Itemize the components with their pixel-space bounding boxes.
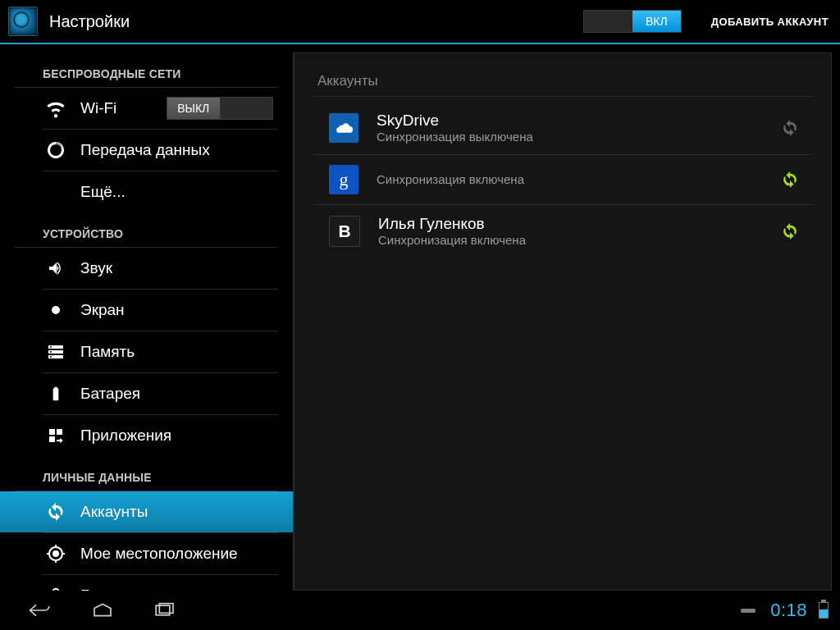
wifi-toggle-off: ВЫКЛ xyxy=(167,98,221,119)
back-button[interactable] xyxy=(11,596,69,625)
master-toggle-on: ВКЛ xyxy=(632,11,681,32)
svg-point-1 xyxy=(50,351,52,353)
detail-panel: Аккаунты SkyDrive Синхронизация выключен… xyxy=(294,44,840,591)
account-subtitle: Синхронизация выключена xyxy=(377,130,780,144)
sidebar-section-device: УСТРОЙСТВО xyxy=(0,212,293,247)
account-title: Илья Гуленков xyxy=(378,215,780,233)
account-title: SkyDrive xyxy=(377,112,780,130)
sync-status-icon xyxy=(780,221,800,241)
storage-icon xyxy=(44,340,67,363)
status-battery-icon[interactable] xyxy=(819,602,829,619)
lock-icon xyxy=(44,584,67,591)
navigation-bar: 0:18 xyxy=(0,591,840,630)
sidebar-item-label: Ещё... xyxy=(80,183,126,201)
sidebar-item-label: Передача данных xyxy=(80,141,210,159)
master-toggle-off xyxy=(584,11,632,32)
sidebar: БЕСПРОВОДНЫЕ СЕТИ Wi-Fi ВЫКЛ Передача да… xyxy=(0,44,294,591)
home-button[interactable] xyxy=(74,596,131,625)
sidebar-item-sound[interactable]: Звук xyxy=(0,248,293,289)
sync-status-icon xyxy=(780,170,800,189)
sync-icon xyxy=(44,500,67,523)
account-text: Синхронизация включена xyxy=(377,172,780,187)
sidebar-item-battery[interactable]: Батарея xyxy=(0,373,293,414)
wifi-toggle[interactable]: ВЫКЛ xyxy=(167,97,273,120)
sidebar-item-security[interactable]: Безопасность xyxy=(0,575,293,591)
sidebar-item-label: Память xyxy=(80,343,135,361)
app-icon xyxy=(8,7,38,36)
account-text: Илья Гуленков Синхронизация включена xyxy=(378,215,780,248)
sidebar-item-storage[interactable]: Память xyxy=(0,331,293,372)
apps-icon xyxy=(44,424,67,447)
sidebar-item-label: Экран xyxy=(80,301,125,319)
sidebar-item-data-usage[interactable]: Передача данных xyxy=(0,130,293,171)
battery-icon xyxy=(44,382,67,405)
google-icon: g xyxy=(329,165,358,194)
sync-status-icon xyxy=(780,118,800,138)
sound-icon xyxy=(44,257,67,280)
sidebar-item-label: Безопасность xyxy=(80,587,180,591)
content-split: БЕСПРОВОДНЫЕ СЕТИ Wi-Fi ВЫКЛ Передача да… xyxy=(0,44,840,591)
action-bar: Настройки ВКЛ ДОБАВИТЬ АККАУНТ xyxy=(0,0,840,43)
wifi-icon xyxy=(44,97,67,120)
sidebar-item-label: Приложения xyxy=(80,427,171,445)
sidebar-section-personal: ЛИЧНЫЕ ДАННЫЕ xyxy=(0,456,293,491)
sidebar-item-apps[interactable]: Приложения xyxy=(0,415,293,456)
detail-card: Аккаунты SkyDrive Синхронизация выключен… xyxy=(294,52,832,591)
sidebar-item-label: Аккаунты xyxy=(80,503,148,521)
detail-header: Аккаунты xyxy=(313,53,813,96)
sidebar-item-more[interactable]: Ещё... xyxy=(0,171,293,212)
svg-point-0 xyxy=(50,346,52,348)
status-notification-indicator[interactable] xyxy=(741,609,756,613)
recent-apps-button[interactable] xyxy=(136,596,194,625)
sidebar-item-label: Звук xyxy=(80,259,112,277)
vk-icon: B xyxy=(329,216,360,247)
svg-point-2 xyxy=(50,356,52,358)
account-subtitle: Синхронизация включена xyxy=(378,233,780,248)
sidebar-item-display[interactable]: Экран xyxy=(0,290,293,331)
status-clock[interactable]: 0:18 xyxy=(770,600,807,621)
location-icon xyxy=(44,542,67,565)
account-row-vk[interactable]: B Илья Гуленков Синхронизация включена xyxy=(313,204,813,258)
sidebar-item-label: Мое местоположение xyxy=(80,545,238,563)
account-subtitle: Синхронизация включена xyxy=(377,172,780,187)
data-usage-icon xyxy=(44,139,67,162)
sidebar-item-label: Батарея xyxy=(80,385,140,403)
master-toggle[interactable]: ВКЛ xyxy=(583,10,682,33)
sidebar-section-wireless: БЕСПРОВОДНЫЕ СЕТИ xyxy=(0,52,293,87)
skydrive-icon xyxy=(329,113,358,143)
page-title: Настройки xyxy=(49,12,583,31)
sidebar-item-wifi[interactable]: Wi-Fi ВЫКЛ xyxy=(0,88,293,129)
display-icon xyxy=(44,299,67,322)
sidebar-item-accounts[interactable]: Аккаунты xyxy=(0,491,293,532)
add-account-button[interactable]: ДОБАВИТЬ АККАУНТ xyxy=(711,16,829,28)
sidebar-item-label: Wi-Fi xyxy=(80,99,116,117)
account-row-google[interactable]: g Синхронизация включена xyxy=(313,154,813,204)
sidebar-item-location[interactable]: Мое местоположение xyxy=(0,533,293,574)
account-row-skydrive[interactable]: SkyDrive Синхронизация выключена xyxy=(313,102,813,154)
account-text: SkyDrive Синхронизация выключена xyxy=(377,112,780,144)
